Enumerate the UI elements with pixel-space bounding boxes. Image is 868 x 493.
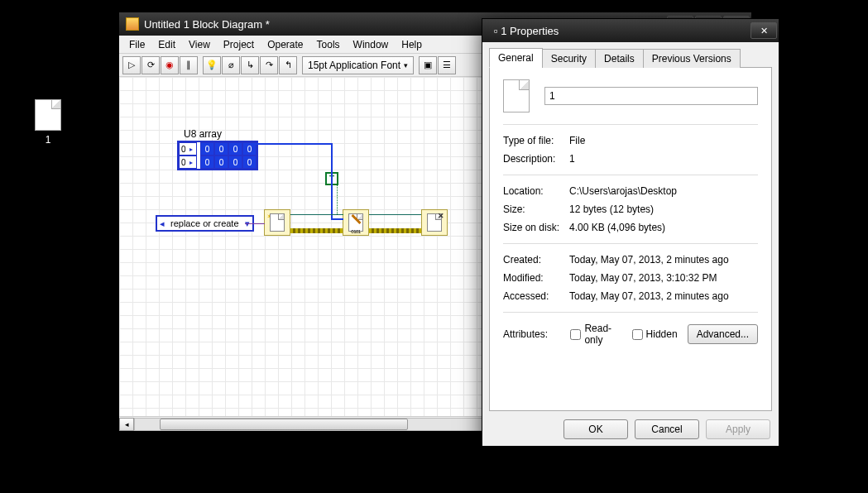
properties-dialog: ▫ 1 Properties ✕ General Security Detail…: [482, 18, 779, 447]
type-of-file-label: Type of file:: [503, 135, 569, 146]
readonly-checkbox[interactable]: Read-only: [570, 323, 621, 346]
hidden-checkbox[interactable]: Hidden: [632, 328, 678, 340]
description-value: 1: [569, 153, 758, 165]
hidden-label: Hidden: [646, 328, 678, 340]
created-label: Created:: [503, 254, 569, 266]
location-value: C:\Users\arojas\Desktop: [569, 185, 758, 197]
data-wire[interactable]: [331, 143, 333, 220]
u8-index-1[interactable]: 0: [179, 156, 197, 169]
u8-cell[interactable]: 0: [228, 142, 242, 156]
retain-values-button[interactable]: ⌀: [222, 56, 240, 74]
data-wire[interactable]: [331, 218, 343, 220]
align-button[interactable]: ▣: [419, 56, 437, 74]
open-create-file-node[interactable]: ✶: [264, 209, 290, 236]
enum-wire[interactable]: [245, 223, 265, 224]
error-wire[interactable]: [369, 228, 421, 233]
tab-previous-versions[interactable]: Previous Versions: [643, 49, 741, 68]
highlight-exec-button[interactable]: 💡: [203, 56, 221, 74]
u8-cell[interactable]: 0: [214, 142, 228, 156]
file-large-icon: [503, 79, 530, 112]
refnum-wire[interactable]: [369, 214, 421, 215]
scroll-left-button[interactable]: ◂: [119, 418, 134, 431]
size-on-disk-label: Size on disk:: [503, 222, 569, 233]
enum-dec-icon[interactable]: ◂: [157, 218, 167, 229]
props-close-button[interactable]: ✕: [751, 22, 777, 39]
font-selector[interactable]: 15pt Application Font: [302, 56, 414, 74]
props-title: 1 Properties: [501, 25, 559, 37]
apply-button: Apply: [706, 419, 770, 439]
error-wire[interactable]: [290, 228, 343, 233]
u8-cell[interactable]: 0: [214, 156, 228, 169]
menu-edit[interactable]: Edit: [151, 37, 182, 52]
u8-array-constant[interactable]: U8 array 0 0 0 0 0 0: [177, 128, 258, 170]
close-file-node[interactable]: ✕: [421, 209, 448, 236]
pause-button[interactable]: ∥: [180, 56, 198, 74]
modified-value: Today, May 07, 2013, 3:10:32 PM: [569, 272, 758, 284]
menu-help[interactable]: Help: [395, 37, 429, 52]
step-out-button[interactable]: ↰: [279, 56, 297, 74]
menu-operate[interactable]: Operate: [261, 37, 309, 52]
ok-button[interactable]: OK: [563, 419, 628, 439]
menu-tools[interactable]: Tools: [310, 37, 347, 52]
attributes-label: Attributes:: [503, 328, 560, 340]
enum-value: replace or create: [167, 218, 242, 228]
size-on-disk-value: 4.00 KB (4,096 bytes): [569, 222, 758, 233]
document-icon: [270, 213, 285, 232]
tab-details[interactable]: Details: [595, 49, 644, 68]
scroll-thumb[interactable]: [160, 419, 408, 430]
desktop-file-icon[interactable]: 1: [31, 99, 65, 146]
u8-array-label: U8 array: [184, 128, 258, 140]
file-icon: [35, 99, 61, 131]
tab-security[interactable]: Security: [542, 49, 596, 68]
location-label: Location:: [503, 185, 569, 197]
filename-input[interactable]: [544, 87, 758, 105]
description-label: Description:: [503, 153, 569, 165]
size-value: 12 bytes (12 bytes): [569, 203, 758, 215]
write-binary-file-node[interactable]: 0101: [343, 209, 369, 236]
binary-bits-label: 0101: [343, 229, 368, 234]
type-of-file-value: File: [569, 135, 758, 146]
abort-button[interactable]: ◉: [161, 56, 179, 74]
operation-enum[interactable]: ◂ replace or create ▾: [156, 215, 254, 232]
accessed-label: Accessed:: [503, 290, 569, 302]
u8-cell[interactable]: 0: [200, 156, 214, 169]
run-button[interactable]: ▷: [122, 56, 141, 74]
readonly-label: Read-only: [584, 323, 621, 346]
data-wire[interactable]: [253, 143, 332, 145]
tab-general-panel: Type of file:File Description:1 Location…: [489, 68, 772, 411]
menu-window[interactable]: Window: [347, 37, 396, 52]
props-titlebar[interactable]: ▫ 1 Properties ✕: [482, 19, 779, 42]
boolean-wire[interactable]: [337, 184, 338, 214]
font-selector-label: 15pt Application Font: [308, 60, 400, 71]
distribute-button[interactable]: ☰: [438, 56, 456, 74]
refnum-wire[interactable]: [290, 214, 343, 215]
u8-cell[interactable]: 0: [200, 142, 214, 156]
tab-general[interactable]: General: [489, 48, 543, 68]
desktop-file-label: 1: [31, 134, 65, 146]
close-x-icon: ✕: [438, 212, 444, 220]
u8-index-0[interactable]: 0: [179, 142, 197, 156]
step-over-button[interactable]: ↷: [260, 56, 278, 74]
modified-label: Modified:: [503, 272, 569, 284]
u8-cell[interactable]: 0: [242, 156, 257, 169]
menu-project[interactable]: Project: [217, 37, 261, 52]
run-continuous-button[interactable]: ⟳: [141, 56, 160, 74]
advanced-button[interactable]: Advanced...: [688, 324, 758, 344]
cancel-button[interactable]: Cancel: [635, 419, 699, 439]
u8-cell[interactable]: 0: [228, 156, 242, 169]
props-tabrow: General Security Details Previous Versio…: [489, 47, 772, 68]
labview-icon: [126, 17, 139, 31]
step-into-button[interactable]: ↳: [241, 56, 259, 74]
props-button-row: OK Cancel Apply: [489, 411, 772, 439]
size-label: Size:: [503, 203, 569, 215]
created-value: Today, May 07, 2013, 2 minutes ago: [569, 254, 758, 266]
menu-view[interactable]: View: [182, 37, 217, 52]
accessed-value: Today, May 07, 2013, 2 minutes ago: [569, 290, 758, 302]
menu-file[interactable]: File: [122, 37, 151, 52]
